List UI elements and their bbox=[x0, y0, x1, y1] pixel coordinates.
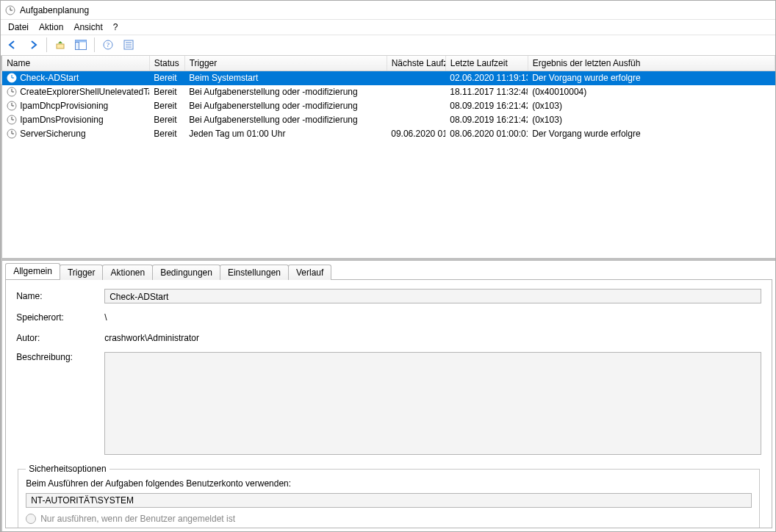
cell-last_run: 08.09.2019 16:21:42 bbox=[445, 113, 528, 127]
cell-trigger: Beim Systemstart bbox=[184, 71, 387, 85]
cell-next_run bbox=[387, 71, 445, 85]
help-button[interactable]: ? bbox=[99, 36, 117, 54]
task-name: CreateExplorerShellUnelevatedTask bbox=[20, 87, 149, 97]
col-last-run[interactable]: Letzte Laufzeit bbox=[445, 56, 528, 71]
svg-rect-3 bbox=[57, 44, 64, 48]
detail-tabs: Allgemein Trigger Aktionen Bedingungen E… bbox=[2, 263, 775, 279]
task-name: Check-ADStart bbox=[20, 73, 79, 83]
col-name[interactable]: Name bbox=[2, 56, 149, 71]
menu-action[interactable]: Aktion bbox=[39, 22, 63, 32]
cell-trigger: Bei Aufgabenerstellung oder -modifizieru… bbox=[184, 113, 387, 127]
radio-icon[interactable] bbox=[26, 514, 36, 524]
task-list-pane[interactable]: Name Status Trigger Nächste Laufzeit Let… bbox=[2, 56, 775, 261]
radio-run-logged-on-label: Nur ausführen, wenn der Benutzer angemel… bbox=[40, 514, 235, 524]
cell-trigger: Bei Aufgabenerstellung oder -modifizieru… bbox=[184, 85, 387, 99]
label-author: Autor: bbox=[16, 333, 104, 343]
svg-text:?: ? bbox=[107, 41, 109, 48]
menu-file[interactable]: Datei bbox=[8, 22, 29, 32]
tab-history[interactable]: Verlauf bbox=[288, 265, 331, 280]
table-row[interactable]: Check-ADStartBereitBeim Systemstart02.06… bbox=[2, 71, 775, 85]
cell-name: CreateExplorerShellUnelevatedTask bbox=[2, 85, 149, 99]
cell-status: Bereit bbox=[149, 127, 184, 141]
tab-actions[interactable]: Aktionen bbox=[102, 265, 153, 280]
toolbar-separator bbox=[46, 37, 47, 52]
field-location: \ bbox=[104, 311, 761, 324]
toolbar: ? bbox=[1, 35, 775, 56]
cell-last_result: (0x103) bbox=[528, 113, 775, 127]
security-options: Sicherheitsoptionen Beim Ausführen der A… bbox=[18, 464, 760, 528]
task-icon bbox=[7, 115, 17, 125]
cell-name: Check-ADStart bbox=[2, 71, 149, 85]
cell-status: Bereit bbox=[149, 99, 184, 113]
cell-last_result: Der Vorgang wurde erfolgre bbox=[528, 127, 775, 141]
cell-status: Bereit bbox=[149, 113, 184, 127]
col-next-run[interactable]: Nächste Laufzeit bbox=[387, 56, 445, 71]
field-name[interactable]: Check-ADStart bbox=[104, 289, 761, 303]
tab-conditions[interactable]: Bedingungen bbox=[152, 265, 220, 280]
security-options-legend: Sicherheitsoptionen bbox=[26, 464, 109, 474]
label-location: Speicherort: bbox=[16, 312, 104, 323]
task-name: IpamDhcpProvisioning bbox=[20, 101, 108, 111]
cell-next_run: 09.06.2020 01:00:00 bbox=[387, 127, 445, 141]
tab-settings[interactable]: Einstellungen bbox=[220, 265, 289, 280]
window-title: Aufgabenplanung bbox=[20, 5, 89, 15]
cell-name: IpamDhcpProvisioning bbox=[2, 99, 149, 113]
up-button[interactable] bbox=[51, 36, 69, 54]
cell-next_run bbox=[387, 113, 445, 127]
security-account-field[interactable]: NT-AUTORITÄT\SYSTEM bbox=[26, 493, 752, 508]
label-name: Name: bbox=[16, 291, 104, 301]
cell-status: Bereit bbox=[149, 71, 184, 85]
tab-body-general: Name: Check-ADStart Speicherort: \ Autor… bbox=[5, 279, 772, 528]
col-status[interactable]: Status bbox=[149, 56, 184, 71]
menu-view[interactable]: Ansicht bbox=[73, 22, 102, 32]
cell-next_run bbox=[387, 99, 445, 113]
task-icon bbox=[7, 73, 17, 83]
cell-name: ServerSicherung bbox=[2, 127, 149, 141]
table-row[interactable]: CreateExplorerShellUnelevatedTaskBereitB… bbox=[2, 85, 775, 99]
task-icon bbox=[7, 101, 17, 111]
toolbar-separator bbox=[94, 37, 95, 52]
field-description[interactable] bbox=[104, 352, 761, 455]
cell-trigger: Jeden Tag um 01:00 Uhr bbox=[184, 127, 387, 141]
titlebar: Aufgabenplanung bbox=[1, 1, 775, 20]
cell-name: IpamDnsProvisioning bbox=[2, 113, 149, 127]
back-button[interactable] bbox=[4, 36, 21, 54]
table-row[interactable]: IpamDhcpProvisioningBereitBei Aufgabener… bbox=[2, 99, 775, 113]
tab-triggers[interactable]: Trigger bbox=[60, 265, 104, 280]
table-row[interactable]: IpamDnsProvisioningBereitBei Aufgabeners… bbox=[2, 113, 775, 127]
task-name: IpamDnsProvisioning bbox=[20, 115, 103, 125]
cell-status: Bereit bbox=[149, 85, 184, 99]
cell-last_run: 08.09.2019 16:21:42 bbox=[445, 99, 528, 113]
cell-last_result: (0x103) bbox=[528, 99, 775, 113]
cell-trigger: Bei Aufgabenerstellung oder -modifizieru… bbox=[184, 99, 387, 113]
col-last-result[interactable]: Ergebnis der letzten Ausfüh bbox=[528, 56, 775, 71]
forward-button[interactable] bbox=[24, 36, 42, 54]
cell-last_run: 08.06.2020 01:00:01 bbox=[445, 127, 528, 141]
security-account-label: Beim Ausführen der Aufgaben folgendes Be… bbox=[26, 478, 752, 489]
menu-help[interactable]: ? bbox=[113, 22, 118, 32]
cell-last_result: Der Vorgang wurde erfolgre bbox=[528, 71, 775, 85]
cell-last_run: 02.06.2020 11:19:13 bbox=[445, 71, 528, 85]
task-icon bbox=[7, 129, 17, 139]
menubar: Datei Aktion Ansicht ? bbox=[1, 20, 775, 35]
cell-last_run: 18.11.2017 11:32:48 bbox=[445, 85, 528, 99]
task-icon bbox=[7, 87, 17, 97]
show-hide-console-tree-button[interactable] bbox=[72, 36, 90, 54]
label-description: Beschreibung: bbox=[16, 352, 104, 362]
task-name: ServerSicherung bbox=[20, 129, 85, 139]
tab-general[interactable]: Allgemein bbox=[5, 263, 60, 279]
table-row[interactable]: ServerSicherungBereitJeden Tag um 01:00 … bbox=[2, 127, 775, 141]
svg-rect-6 bbox=[76, 43, 79, 50]
task-scheduler-icon bbox=[5, 5, 15, 15]
col-trigger[interactable]: Trigger bbox=[184, 56, 387, 71]
cell-next_run bbox=[387, 85, 445, 99]
details-pane: Allgemein Trigger Aktionen Bedingungen E… bbox=[2, 261, 775, 531]
cell-last_result: (0x40010004) bbox=[528, 85, 775, 99]
field-author: crashwork\Administrator bbox=[104, 331, 761, 345]
properties-button[interactable] bbox=[120, 36, 137, 54]
